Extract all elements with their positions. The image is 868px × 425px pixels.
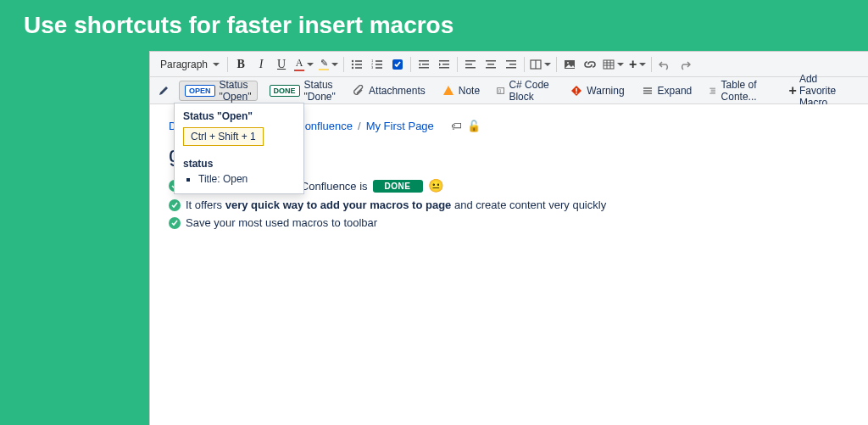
macro-warning-button[interactable]: Warning xyxy=(565,81,629,101)
align-center-button[interactable] xyxy=(481,54,501,75)
bullet-list-button[interactable] xyxy=(347,54,367,75)
svg-rect-23 xyxy=(487,64,494,65)
banner-title: Use shortcuts for faster insert macros xyxy=(24,12,844,39)
chevron-down-icon xyxy=(307,63,314,66)
align-right-button[interactable] xyxy=(501,54,521,75)
layout-button[interactable] xyxy=(527,54,554,75)
macro-note-button[interactable]: Note xyxy=(437,81,485,101)
separator xyxy=(343,57,344,72)
svg-rect-15 xyxy=(419,67,429,69)
check-icon xyxy=(169,199,181,211)
separator xyxy=(556,57,557,72)
svg-rect-13 xyxy=(419,60,429,62)
popover-params: Title: Open xyxy=(183,173,295,185)
status-done-badge: DONE xyxy=(270,85,300,97)
breadcrumb-page[interactable]: My First Page xyxy=(366,120,434,132)
popover-param: Title: Open xyxy=(198,173,295,185)
svg-point-2 xyxy=(352,63,353,64)
outdent-button[interactable] xyxy=(414,54,434,75)
toc-icon xyxy=(709,85,716,97)
italic-button[interactable]: I xyxy=(251,54,271,75)
edit-macro-button[interactable] xyxy=(155,81,172,101)
chevron-down-icon xyxy=(544,63,551,66)
expand-icon xyxy=(642,85,654,97)
macro-expand-button[interactable]: Expand xyxy=(637,81,698,101)
svg-point-0 xyxy=(352,59,353,61)
svg-rect-27 xyxy=(506,67,516,69)
paragraph-style-label: Paragraph xyxy=(160,59,208,70)
paperclip-icon xyxy=(353,85,364,97)
emoji-neutral: 😐 xyxy=(428,178,444,193)
bold-button[interactable]: B xyxy=(231,54,251,75)
restrictions-icon[interactable]: 🔓 xyxy=(467,120,481,132)
text: It offers very quick way to add your mac… xyxy=(186,199,606,211)
content-line: It offers very quick way to add your mac… xyxy=(169,199,849,211)
content-line: Save your most used macros to toolbar xyxy=(169,216,849,229)
tag-icon[interactable]: 🏷 xyxy=(451,120,462,132)
svg-rect-14 xyxy=(422,64,429,65)
separator xyxy=(457,57,458,72)
align-left-button[interactable] xyxy=(460,54,481,75)
image-button[interactable] xyxy=(559,54,580,75)
svg-rect-41 xyxy=(643,87,652,89)
highlight-button[interactable]: ✎ xyxy=(316,54,341,75)
macro-label: Expand xyxy=(658,85,693,97)
svg-text:{}: {} xyxy=(498,88,502,92)
svg-rect-47 xyxy=(710,92,716,93)
svg-rect-46 xyxy=(711,91,715,92)
popover-title: Status "Open" xyxy=(183,110,295,122)
format-toolbar: Paragraph B I U A ✎ 123 xyxy=(150,52,868,77)
text-color-button[interactable]: A xyxy=(292,54,316,75)
svg-rect-32 xyxy=(604,60,614,69)
svg-rect-45 xyxy=(711,89,715,90)
separator xyxy=(524,57,525,72)
status-done-lozenge: DONE xyxy=(373,180,423,193)
macro-toolbar: OPEN Status "Open" DONE Status "Done" At… xyxy=(150,77,868,104)
macro-toc-button[interactable]: Table of Conte... xyxy=(704,81,775,101)
chevron-down-icon xyxy=(639,63,646,66)
svg-rect-44 xyxy=(710,87,716,88)
table-button[interactable] xyxy=(600,54,626,75)
svg-point-31 xyxy=(567,62,569,64)
svg-rect-17 xyxy=(442,64,449,65)
macro-label: Warning xyxy=(587,85,624,97)
note-icon xyxy=(442,85,454,97)
macro-label: Note xyxy=(459,85,480,97)
plus-icon: + xyxy=(789,84,797,98)
separator xyxy=(227,57,228,72)
chevron-down-icon xyxy=(213,63,220,66)
svg-rect-24 xyxy=(486,67,496,69)
separator xyxy=(410,57,411,72)
macro-label: Attachments xyxy=(369,85,426,97)
pencil-icon xyxy=(158,85,170,97)
popover-macro-name: status xyxy=(183,158,295,170)
svg-point-4 xyxy=(352,66,353,68)
svg-rect-7 xyxy=(376,60,382,62)
indent-button[interactable] xyxy=(434,54,454,75)
breadcrumb-separator: / xyxy=(358,120,361,132)
macro-code-button[interactable]: {} C# Code Block xyxy=(492,81,559,101)
redo-button[interactable] xyxy=(675,54,695,75)
paragraph-style-select[interactable]: Paragraph xyxy=(153,54,225,75)
add-fav-label: Add Favorite Macro xyxy=(799,73,856,109)
chevron-down-icon xyxy=(331,63,338,66)
svg-rect-5 xyxy=(355,67,362,69)
editor-window: Paragraph B I U A ✎ 123 xyxy=(149,51,868,425)
svg-rect-21 xyxy=(465,67,476,69)
underline-button[interactable]: U xyxy=(271,54,292,75)
warning-icon xyxy=(570,85,582,97)
svg-rect-3 xyxy=(355,64,362,65)
undo-button[interactable] xyxy=(654,54,675,75)
numbered-list-button[interactable]: 123 xyxy=(367,54,387,75)
svg-rect-1 xyxy=(355,60,362,62)
banner: Use shortcuts for faster insert macros xyxy=(0,0,868,48)
macro-attachments-button[interactable]: Attachments xyxy=(348,81,431,101)
chevron-down-icon xyxy=(617,63,624,66)
macro-status-done-button[interactable]: DONE Status "Done" xyxy=(264,81,341,101)
svg-rect-19 xyxy=(465,60,476,62)
separator xyxy=(651,57,652,72)
insert-more-button[interactable]: + xyxy=(626,54,648,75)
link-button[interactable] xyxy=(580,54,600,75)
task-list-button[interactable] xyxy=(387,54,408,75)
macro-status-open-button[interactable]: OPEN Status "Open" xyxy=(179,81,258,101)
